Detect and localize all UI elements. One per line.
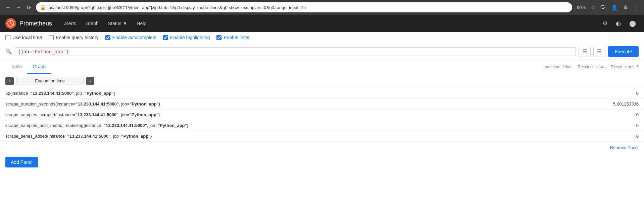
account-button[interactable]: 👤 bbox=[609, 4, 620, 11]
results-table: up{instance="13.233.144.41:5000", job="P… bbox=[0, 88, 644, 142]
settings-icon-button[interactable]: ⚙ bbox=[600, 18, 610, 28]
browser-chrome: ← → ⟳ 🔒 90% ☆ 🛡 👤 ⚙ ⋮ bbox=[0, 0, 644, 15]
forward-button[interactable]: → bbox=[14, 4, 23, 11]
back-button[interactable]: ← bbox=[3, 4, 13, 11]
table-row: scrape_samples_post_metric_relabeling{in… bbox=[0, 120, 644, 131]
use-local-time-label: Use local time bbox=[12, 35, 42, 40]
enable-query-history-label: Enable query history bbox=[56, 35, 99, 40]
browser-action-buttons[interactable]: 🛡 👤 ⚙ ⋮ bbox=[598, 4, 641, 11]
logo-icon bbox=[5, 18, 16, 29]
extensions-button[interactable]: ⚙ bbox=[621, 4, 630, 11]
top-nav: Prometheus Alerts Graph Status ▼ Help ⚙ … bbox=[0, 15, 644, 32]
metric-cell: scrape_duration_seconds{instance="13.233… bbox=[0, 99, 504, 110]
options-bar: Use local time Enable query history Enab… bbox=[0, 32, 644, 43]
zoom-level: 90% bbox=[577, 5, 586, 10]
contrast-button[interactable]: ⬤ bbox=[627, 18, 639, 28]
use-local-time-checkbox[interactable] bbox=[5, 35, 10, 40]
table-row: scrape_samples_scraped{instance="13.233.… bbox=[0, 110, 644, 120]
enable-highlighting-checkbox[interactable] bbox=[163, 35, 168, 40]
enable-linter-checkbox[interactable] bbox=[216, 35, 221, 40]
logo-text: Prometheus bbox=[19, 20, 52, 27]
panel-footer: Remove Panel bbox=[0, 142, 644, 153]
remove-panel-button[interactable]: Remove Panel bbox=[610, 145, 639, 150]
query-input-wrapper[interactable]: {job="Python_app"} bbox=[15, 47, 576, 56]
menu-button[interactable]: ⋮ bbox=[631, 4, 641, 11]
add-panel-section: Add Panel bbox=[0, 153, 644, 171]
bookmark-button[interactable]: ☆ bbox=[590, 4, 596, 11]
panel: Table Graph Load time: 19ms Resolution: … bbox=[0, 60, 644, 153]
nav-status[interactable]: Status ▼ bbox=[104, 18, 132, 29]
metric-cell: scrape_samples_scraped{instance="13.233.… bbox=[0, 110, 504, 120]
enable-highlighting-label: Enable highlighting bbox=[170, 35, 210, 40]
prometheus-logo-svg bbox=[7, 20, 14, 27]
value-cell: 0 bbox=[504, 131, 644, 142]
tab-table[interactable]: Table bbox=[5, 60, 27, 74]
panel-tabs: Table Graph Load time: 19ms Resolution: … bbox=[0, 60, 644, 74]
result-series: Result series: 5 bbox=[611, 65, 639, 69]
nav-items[interactable]: Alerts Graph Status ▼ Help bbox=[60, 18, 150, 29]
chevron-down-icon: ▼ bbox=[122, 21, 127, 26]
eval-time-forward-button[interactable]: › bbox=[86, 77, 95, 85]
nav-graph[interactable]: Graph bbox=[82, 18, 103, 29]
table-row: scrape_series_added{instance="13.233.144… bbox=[0, 131, 644, 142]
nav-alerts[interactable]: Alerts bbox=[60, 18, 80, 29]
tab-graph[interactable]: Graph bbox=[27, 60, 51, 74]
execute-button[interactable]: Execute bbox=[608, 46, 639, 57]
lock-icon: 🔒 bbox=[40, 5, 46, 10]
browser-nav[interactable]: ← → ⟳ bbox=[3, 4, 33, 11]
nav-help[interactable]: Help bbox=[133, 18, 150, 29]
eval-time-bar: ‹ Evaluation time › bbox=[0, 74, 644, 88]
use-local-time-option[interactable]: Use local time bbox=[5, 35, 42, 40]
metrics-explorer-button[interactable]: ☰ bbox=[593, 46, 605, 57]
metric-cell: scrape_series_added{instance="13.233.144… bbox=[0, 131, 504, 142]
enable-autocomplete-option[interactable]: Enable autocomplete bbox=[105, 35, 157, 40]
eval-time-display: Evaluation time bbox=[16, 77, 84, 85]
enable-autocomplete-label: Enable autocomplete bbox=[112, 35, 157, 40]
table-row: scrape_duration_seconds{instance="13.233… bbox=[0, 99, 644, 110]
history-button[interactable]: ☰ bbox=[579, 46, 591, 57]
enable-highlighting-option[interactable]: Enable highlighting bbox=[163, 35, 210, 40]
logo: Prometheus bbox=[5, 18, 52, 29]
enable-linter-option[interactable]: Enable linter bbox=[216, 35, 250, 40]
metric-cell: scrape_samples_post_metric_relabeling{in… bbox=[0, 120, 504, 131]
load-time: Load time: 19ms bbox=[543, 65, 573, 69]
panel-meta: Load time: 19ms Resolution: 14s Result s… bbox=[543, 65, 639, 69]
url-input[interactable] bbox=[48, 5, 568, 10]
value-cell: 0 bbox=[504, 88, 644, 99]
table-row: up{instance="13.233.144.41:5000", job="P… bbox=[0, 88, 644, 99]
enable-query-history-checkbox[interactable] bbox=[49, 35, 54, 40]
query-bar: 🔍 {job="Python_app"} ☰ ☰ Execute bbox=[0, 43, 644, 60]
theme-toggle-button[interactable]: ◐ bbox=[613, 18, 624, 28]
value-cell: 0 bbox=[504, 110, 644, 120]
enable-autocomplete-checkbox[interactable] bbox=[105, 35, 110, 40]
search-icon: 🔍 bbox=[5, 48, 12, 55]
reload-button[interactable]: ⟳ bbox=[25, 4, 33, 11]
url-bar[interactable]: 🔒 bbox=[36, 2, 572, 12]
nav-right[interactable]: ⚙ ◐ ⬤ bbox=[600, 18, 639, 28]
query-expression-display: {job="Python_app"} bbox=[18, 49, 69, 54]
eval-time-back-button[interactable]: ‹ bbox=[5, 77, 14, 85]
resolution: Resolution: 14s bbox=[578, 65, 606, 69]
value-cell: 5.001253336 bbox=[504, 99, 644, 110]
add-panel-button[interactable]: Add Panel bbox=[5, 157, 38, 167]
enable-linter-label: Enable linter bbox=[224, 35, 250, 40]
metric-cell: up{instance="13.233.144.41:5000", job="P… bbox=[0, 88, 504, 99]
shield-icon-button[interactable]: 🛡 bbox=[598, 4, 608, 11]
enable-query-history-option[interactable]: Enable query history bbox=[49, 35, 99, 40]
value-cell: 0 bbox=[504, 120, 644, 131]
